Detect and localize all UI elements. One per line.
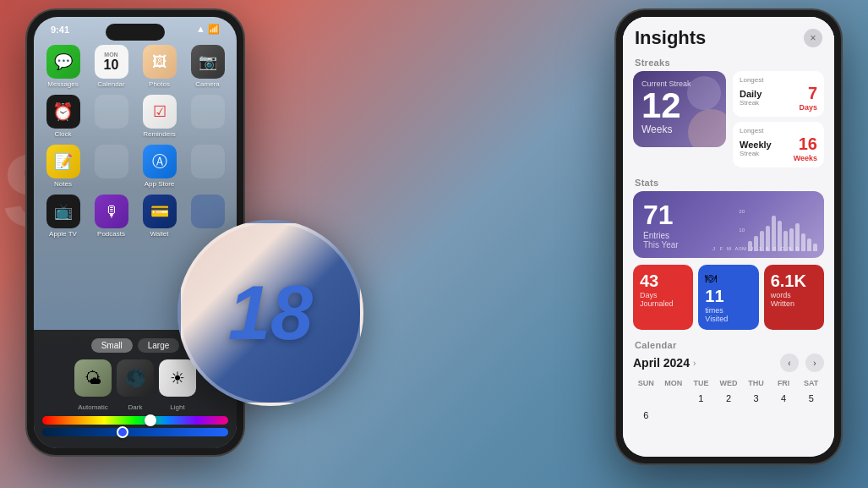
app-appstore[interactable]: Ⓐ App Store [139,145,180,188]
app-grid: 💬 Messages MON 10 Calendar 🖼 Photos 📷 Ca… [34,38,237,244]
journaled-pill: 43 Days Journaled [633,265,693,330]
app-photos[interactable]: 🖼 Photos [139,45,180,88]
size-small[interactable]: Small [91,338,133,353]
chart-y-high: 20 [739,209,745,214]
cal-day-3[interactable]: 3 [743,391,769,406]
weekly-streak-title: Weekly [740,140,772,150]
app-messages[interactable]: 💬 Messages [42,45,84,88]
cal-day-5[interactable]: 5 [798,391,824,406]
cal-header-fri: FRI [771,377,797,389]
phone-screen-right: Insights × Streaks Current Streak 12 Wee… [623,17,834,457]
daily-streak-title: Daily [740,89,762,99]
app-clock[interactable]: ⏰ Clock [42,95,84,138]
cal-day-empty1 [633,391,659,406]
streak-right-cards: Longest Daily Streak 7 Days [733,71,824,167]
daily-streak-card: Longest Daily Streak 7 Days [733,71,824,117]
calendar-prev-btn[interactable]: ‹ [780,354,799,372]
streak-deco1 [687,76,721,110]
daily-streak-row: Daily Streak 7 Days [740,84,817,112]
calendar-header: April 2024 › ‹ › [633,354,824,372]
app-empty4 [187,145,228,188]
calendar-next-btn[interactable]: › [805,354,824,372]
weekly-streak-unit: Weeks [794,154,817,162]
appearance-labels: Automatic Dark Light [42,403,228,411]
bar-o [801,233,805,251]
app-empty5 [187,195,228,238]
stats-section: 71 Entries This Year 20 10 0 [623,191,834,337]
app-empty3 [90,145,132,188]
journaled-label: Days [640,291,658,299]
cal-header-sun: SUN [633,377,659,389]
written-label: words [771,291,791,299]
dynamic-island [106,24,165,41]
app-appletv[interactable]: 📺 Apple TV [42,195,84,238]
color-slider[interactable] [42,416,228,425]
weekly-streak-card: Longest Weekly Streak 16 Weeks [733,122,824,167]
visited-title: Visited [705,315,728,323]
weekly-streak-sublabel: Streak [740,150,772,157]
cal-day-4[interactable]: 4 [771,391,797,406]
phone-right: Insights × Streaks Current Streak 12 Wee… [614,8,843,465]
calendar-section: April 2024 › ‹ › SUN MON TUE WED THU FRI… [623,354,834,423]
ios18-number: 18 [228,275,313,351]
entries-number: 71 [643,200,674,231]
app-podcasts[interactable]: 🎙 Podcasts [90,195,132,238]
color-knob[interactable] [145,414,156,426]
weekly-streak-number: 16 [799,134,817,153]
cal-header-tue: TUE [688,377,714,389]
written-title: Written [771,299,794,308]
chart-y-mid: 10 [739,228,745,233]
status-icons: ▲ 📶 [196,24,220,35]
calendar-grid: SUN MON TUE WED THU FRI SAT 1 2 3 4 5 6 [633,377,824,423]
cal-day-empty2 [661,391,687,406]
app-notes[interactable]: 📝 Notes [42,145,84,188]
cal-day-6[interactable]: 6 [633,408,659,423]
cal-header-mon: MON [661,377,687,389]
current-streak-card: Current Streak 12 Weeks [633,71,726,147]
visited-pill: 🍽 11 times Visited [698,265,758,330]
app-wallet[interactable]: 💳 Wallet [139,195,180,238]
app-empty2 [187,95,228,138]
visited-icon: 🍽 [705,271,717,285]
daily-streak-unit: Days [799,103,817,112]
daily-streak-number: 7 [808,84,817,102]
size-large[interactable]: Large [138,338,180,353]
daily-streak-longest-label: Longest [740,76,817,84]
written-pill: 6.1K words Written [764,265,824,330]
journaled-title: Journaled [640,299,674,308]
cal-day-2[interactable]: 2 [716,391,742,406]
written-number: 6.1K [771,271,806,291]
insights-title: Insights [635,27,706,49]
close-button[interactable]: × [804,29,822,47]
chart-month-labels: J F M A M J J A S O N D [711,246,800,251]
streaks-section-label: Streaks [623,54,834,71]
insights-header: Insights × [623,17,834,54]
stats-card: 71 Entries This Year 20 10 0 [633,191,824,258]
bar-chart: 20 10 0 [739,198,817,251]
app-reminders[interactable]: ☑ Reminders [139,95,180,138]
streaks-row: Current Streak 12 Weeks Longest Daily St… [623,71,834,174]
calendar-month-arrow: › [693,359,696,368]
tint-knob[interactable] [117,426,128,438]
phone-screen-left: 9:41 ▲ 📶 💬 Messages MON 10 Calendar 🖼 Ph… [34,17,237,448]
app-camera[interactable]: 📷 Camera [187,45,228,88]
weekly-streak-row: Weekly Streak 16 Weeks [740,134,817,162]
cal-header-sat: SAT [798,377,824,389]
insights-panel: Insights × Streaks Current Streak 12 Wee… [623,17,834,457]
cal-day-1[interactable]: 1 [688,391,714,406]
stats-section-label: Stats [623,174,834,191]
cal-header-thu: THU [743,377,769,389]
ios18-logo: 18 [177,220,363,406]
daily-streak-sublabel: Streak [740,99,762,107]
time-display: 9:41 [51,25,69,35]
bar-d [813,244,817,251]
weekly-streak-longest-label: Longest [740,127,817,134]
visited-label: times [705,306,723,315]
bar-n [807,239,811,251]
app-calendar[interactable]: MON 10 Calendar [90,45,132,88]
stats-pills-row: 43 Days Journaled 🍽 11 times Visited 6.1… [633,265,824,330]
calendar-nav: ‹ › [780,354,824,372]
app-empty1 [90,95,132,138]
tint-slider[interactable] [42,428,228,436]
visited-number: 11 [705,287,723,306]
